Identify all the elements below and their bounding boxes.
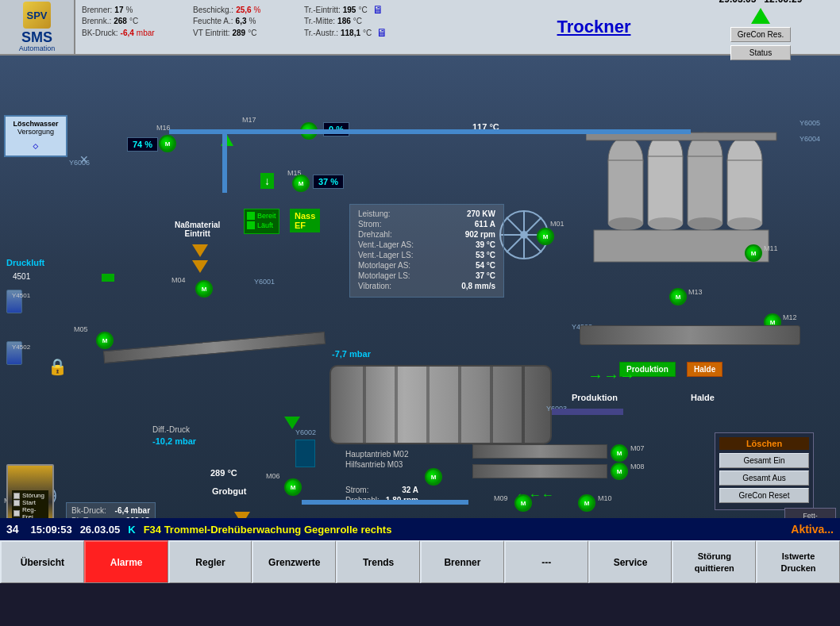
motor-m02-m03[interactable]: M — [425, 468, 442, 486]
motor-m08[interactable]: M — [611, 463, 628, 480]
motor-m06[interactable]: M — [284, 478, 302, 496]
pct-37-display: 37 % — [313, 175, 344, 189]
temp-289: 289 °C — [210, 468, 237, 478]
lauft-label: Läuft — [257, 221, 273, 229]
gesamt-aus-button[interactable]: Gesamt Aus — [719, 470, 809, 486]
pipe-top-right — [468, 129, 691, 134]
motor-m05[interactable]: M — [96, 332, 114, 349]
motor-m10[interactable]: M — [578, 494, 595, 512]
leistung-label: Leistung: — [358, 209, 391, 218]
svg-point-11 — [727, 217, 762, 230]
ventlagerls-label: Vent.-Lager LS: — [358, 251, 414, 259]
m16-label: M16 — [156, 124, 171, 132]
vibration-label: Vibration: — [358, 282, 391, 290]
halde-label-mid: Halde — [691, 393, 715, 402]
drehzahl-value: 902 rpm — [465, 230, 495, 239]
nassmat-arrow2 — [192, 260, 208, 275]
datetime-area: 29.03.05 12:06:29 GreCon Res. Status — [681, 0, 840, 54]
lock-icon: 🔒 — [48, 357, 67, 376]
conveyor-lower-1 — [472, 444, 607, 459]
nav-ubersicht[interactable]: Übersicht — [0, 540, 84, 583]
nav-service[interactable]: Service — [588, 540, 672, 583]
logo-area: SPV SMS Automation — [0, 0, 75, 54]
hauptantrieb-label: Hauptantrieb M02 — [345, 450, 409, 459]
svg-rect-7 — [688, 156, 722, 224]
time-display: 12:06:29 — [764, 0, 802, 5]
pressure-77: -7,7 mbar — [332, 349, 371, 359]
m10-label: M10 — [598, 494, 612, 502]
leistung-value: 270 KW — [467, 209, 495, 218]
grecon-res-button[interactable]: GreCon Res. — [730, 27, 791, 42]
produktion-label-mid: Produktion — [572, 393, 618, 402]
status-number: 34 — [6, 523, 19, 536]
nass-ef-box: NassEF — [290, 209, 320, 232]
strom-value: 611 A — [475, 220, 495, 229]
drehzahl-label: Drehzahl: — [358, 230, 392, 239]
pipe-left-v — [222, 129, 227, 193]
motor-m04[interactable]: M — [195, 280, 213, 298]
pct-74-display: 74 % — [127, 137, 158, 152]
nav-storung-quittieren[interactable]: Störung quittieren — [672, 540, 756, 583]
nassmat-arrow — [192, 244, 208, 259]
status-code: K — [128, 524, 135, 536]
m07-label: M07 — [630, 444, 645, 452]
motor-m15[interactable]: M — [292, 175, 310, 192]
motorlagerls-value: 37 °C — [476, 271, 495, 280]
diffdruck-label: Diff.-Druck — [152, 425, 190, 434]
motor-m09[interactable]: M — [514, 494, 532, 512]
status-bar: 34 15:09:53 26.03.05 K F34 Trommel-Drehü… — [0, 518, 840, 540]
monitor2-icon: 🖥 — [376, 26, 387, 39]
motor-m13[interactable]: M — [669, 288, 687, 305]
automation-logo: Automation — [19, 44, 56, 52]
nav-trends[interactable]: Trends — [336, 540, 420, 583]
storung-item: Störung — [13, 492, 47, 499]
up-triangle-icon — [751, 8, 770, 24]
drum-trommel — [329, 365, 552, 444]
green-indicator-1 — [102, 274, 114, 282]
header: SPV SMS Automation Brenner: 17 % Beschic… — [0, 0, 840, 56]
nav-istwerte-drucken[interactable]: Istwerte Drucken — [756, 540, 840, 583]
motor-m11[interactable]: M — [745, 244, 762, 262]
param-feuchte: Feuchte A.: 6,3 % — [193, 17, 288, 25]
motor-m07[interactable]: M — [611, 444, 628, 462]
loschen-area: Löschen Gesamt Ein Gesamt Aus GreCon Res… — [715, 432, 814, 510]
motorlagerls-label: Motorlager LS: — [358, 271, 410, 280]
nav-regler[interactable]: Regler — [168, 540, 252, 583]
sms-logo: SMS — [21, 30, 52, 44]
svg-rect-10 — [727, 160, 762, 224]
svg-point-8 — [688, 217, 722, 230]
bottom-nav: Übersicht Alarme Regler Grenzwerte Trend… — [0, 540, 840, 583]
param-tr-austr: Tr.-Austr.: 118,1 °C 🖥 — [304, 26, 399, 39]
motor-m16[interactable]: M — [159, 135, 176, 152]
svg-rect-13 — [594, 230, 769, 262]
down-arrow-icon: ↓ — [264, 175, 270, 187]
status-date: 26.03.05 — [80, 524, 121, 536]
spv-text: SPV — [26, 10, 47, 21]
conveyor-middle — [103, 332, 326, 363]
y6004-label: Y6004 — [800, 135, 820, 143]
diffdruck-value: -10,2 mbar — [152, 436, 196, 446]
m05-label: M05 — [74, 325, 88, 333]
halde-btn-top[interactable]: Halde — [687, 362, 722, 377]
tri-down-m06 — [284, 417, 300, 431]
ventlageras-value: 39 °C — [476, 240, 495, 249]
nav-alarme[interactable]: Alarme — [84, 540, 168, 583]
monitor-icon: 🖥 — [372, 3, 383, 16]
nav-grenzwerte[interactable]: Grenzwerte — [252, 540, 336, 583]
nav-separator: --- — [504, 540, 588, 583]
status-message: F34 Trommel-Drehüberwachung Gegenrolle r… — [144, 524, 392, 536]
y4502-label: Y4502 — [12, 344, 30, 351]
status-time: 15:09:53 — [31, 524, 72, 536]
grecon-reset-button[interactable]: GreCon Reset — [719, 488, 809, 503]
m17-label: M17 — [242, 116, 256, 124]
motor-m01[interactable]: M — [537, 228, 554, 245]
down-indicator: ↓ — [260, 173, 274, 189]
pipe-lower-blue — [302, 500, 468, 505]
m12-label: M12 — [783, 313, 797, 321]
y6005-label: Y6005 — [800, 119, 820, 127]
pipe-drum-right — [552, 409, 623, 415]
loschen-title: Löschen — [719, 437, 809, 450]
gesamt-ein-button[interactable]: Gesamt Ein — [719, 453, 809, 468]
pct-74-value: 74 % — [133, 140, 152, 149]
nav-brenner[interactable]: Brenner — [420, 540, 504, 583]
